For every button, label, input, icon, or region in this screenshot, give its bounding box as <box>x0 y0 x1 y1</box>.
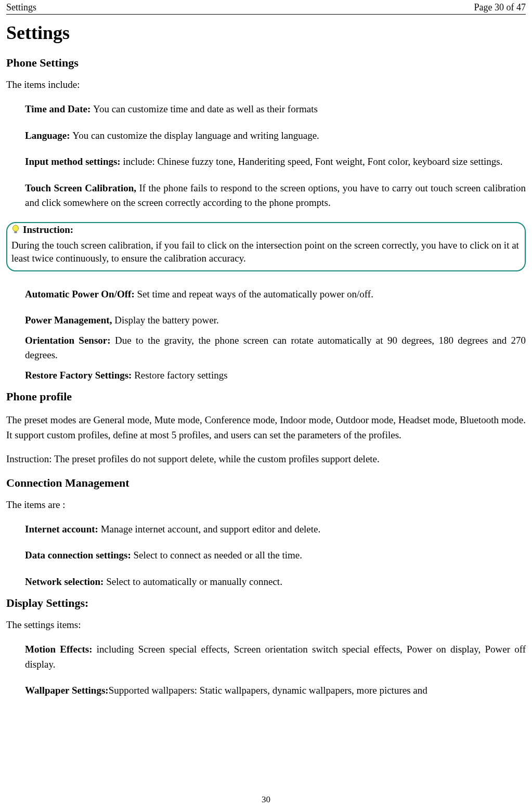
page-title: Settings <box>6 22 526 44</box>
item-label: Power Management, <box>25 315 114 325</box>
item-text: Manage internet account, and support edi… <box>101 524 321 535</box>
item-text: You can customize the display language a… <box>72 130 319 141</box>
item-input-method: Input method settings: include: Chinese … <box>25 154 526 170</box>
section-phone-profile: Phone profile <box>6 390 526 403</box>
instruction-title: Instruction: <box>23 224 73 236</box>
item-motion-effects: Motion Effects: including Screen special… <box>25 642 526 672</box>
item-touch-calibration: Touch Screen Calibration, If the phone f… <box>25 181 526 211</box>
item-network-selection: Network selection: Select to automatical… <box>25 575 526 590</box>
instruction-callout: Instruction: During the touch screen cal… <box>6 222 526 271</box>
footer-page-number: 30 <box>0 794 532 805</box>
item-text: Supported wallpapers: Static wallpapers,… <box>109 685 427 696</box>
connection-intro: The items are : <box>6 499 526 511</box>
item-text: Select to automatically or manually conn… <box>106 576 282 587</box>
item-time-date: Time and Date: You can customize time an… <box>25 102 526 117</box>
svg-point-0 <box>13 225 19 231</box>
item-label: Touch Screen Calibration, <box>25 183 139 193</box>
header-left: Settings <box>6 2 36 13</box>
item-text: include: Chinese fuzzy tone, Handeriting… <box>123 156 502 167</box>
section-phone-settings: Phone Settings <box>6 56 526 70</box>
item-label: Input method settings: <box>25 156 123 167</box>
item-internet-account: Internet account: Manage internet accoun… <box>25 522 526 537</box>
phone-profile-p2: Instruction: The preset profiles do not … <box>6 452 526 467</box>
item-label: Orientation Sensor: <box>25 335 115 346</box>
display-intro: The settings items: <box>6 619 526 631</box>
item-label: Data connection settings: <box>25 550 133 561</box>
item-text: Restore factory settings <box>134 370 227 381</box>
item-data-connection: Data connection settings: Select to conn… <box>25 548 526 563</box>
item-label: Time and Date: <box>25 103 93 114</box>
item-power-mgmt: Power Management, Display the battery po… <box>25 313 526 328</box>
item-label: Language: <box>25 130 72 141</box>
section-connection: Connection Management <box>6 476 526 490</box>
item-label: Wallpaper Settings: <box>25 685 109 696</box>
item-orientation: Orientation Sensor: Due to the gravity, … <box>25 333 526 363</box>
item-label: Network selection: <box>25 576 106 587</box>
phone-profile-p1: The preset modes are General mode, Mute … <box>6 413 526 442</box>
item-auto-power: Automatic Power On/Off: Set time and rep… <box>25 287 526 302</box>
instruction-header: Instruction: <box>11 224 521 236</box>
header-right: Page 30 of 47 <box>474 2 526 13</box>
item-wallpaper: Wallpaper Settings:Supported wallpapers:… <box>25 683 526 698</box>
phone-settings-intro: The items include: <box>6 79 526 90</box>
item-label: Motion Effects: <box>25 644 97 655</box>
svg-rect-1 <box>15 231 17 233</box>
item-text: Select to connect as needed or all the t… <box>133 550 302 561</box>
item-restore-factory: Restore Factory Settings: Restore factor… <box>25 368 526 383</box>
instruction-body: During the touch screen calibration, if … <box>11 239 521 265</box>
page-header: Settings Page 30 of 47 <box>6 2 526 15</box>
lightbulb-icon <box>11 225 20 235</box>
item-text: including Screen special effects, Screen… <box>25 644 526 670</box>
item-text: Set time and repeat ways of the automati… <box>137 289 373 299</box>
item-label: Internet account: <box>25 524 101 535</box>
item-text: You can customize time and date as well … <box>93 103 318 114</box>
section-display: Display Settings: <box>6 596 526 610</box>
item-language: Language: You can customize the display … <box>25 128 526 144</box>
item-label: Restore Factory Settings: <box>25 370 134 381</box>
item-label: Automatic Power On/Off: <box>25 289 137 299</box>
item-text: Display the battery power. <box>114 315 219 325</box>
